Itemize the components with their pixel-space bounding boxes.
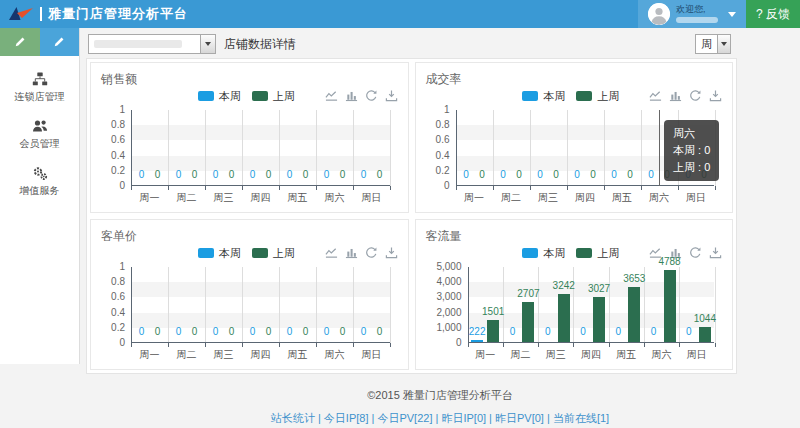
username-redacted: [676, 17, 718, 23]
charts-grid: 销售额 本周 上周: [90, 62, 733, 370]
footer-stats-links[interactable]: 站长统计 | 今日IP[8] | 今日PV[22] | 昨日IP[0] | 昨日…: [80, 411, 800, 426]
value-label: 0: [180, 170, 210, 180]
x-axis-label: 周二: [503, 348, 538, 362]
axis-tick: [168, 186, 169, 190]
download-icon[interactable]: [709, 246, 722, 259]
chart-legend[interactable]: 本周 上周: [522, 89, 625, 104]
period-select[interactable]: 周: [695, 34, 731, 54]
legend-label-this-week[interactable]: 本周: [219, 246, 241, 261]
legend-swatch-last-week: [252, 248, 268, 258]
traffic-chart-plot[interactable]: 5,0004,0003,0002,0001,000022200000015012…: [426, 267, 723, 365]
value-label: 0: [291, 327, 321, 337]
value-label: 0: [533, 327, 563, 337]
y-axis-tick-label: 0.4: [101, 308, 125, 318]
value-label: 0: [217, 170, 247, 180]
axis-tick: [715, 343, 716, 347]
axis-tick: [279, 343, 280, 347]
value-label: 0: [328, 170, 358, 180]
value-label: 0: [254, 170, 284, 180]
axis-tick: [573, 343, 574, 347]
x-axis-label: 周六: [641, 191, 678, 205]
store-select[interactable]: [88, 34, 216, 54]
axis-tick: [468, 343, 469, 347]
value-label: 0: [615, 170, 645, 180]
sidebar-item-chain-store[interactable]: 连锁店管理: [0, 64, 79, 111]
legend-label-this-week[interactable]: 本周: [543, 89, 565, 104]
download-icon[interactable]: [385, 89, 398, 102]
legend-label-last-week[interactable]: 上周: [273, 246, 295, 261]
refresh-icon[interactable]: [689, 246, 702, 259]
avatar[interactable]: [648, 3, 670, 25]
x-axis-line: [456, 185, 715, 186]
legend-swatch-last-week: [576, 91, 592, 101]
download-icon[interactable]: [385, 246, 398, 259]
line-chart-icon[interactable]: [325, 246, 338, 259]
sidebar-tab-edit-1[interactable]: [0, 28, 40, 56]
legend-label-last-week[interactable]: 上周: [597, 89, 619, 104]
chart-toolbox: [325, 89, 398, 102]
legend-label-this-week[interactable]: 本周: [543, 246, 565, 261]
legend-swatch-this-week: [198, 248, 214, 258]
value-label: 1044: [690, 314, 720, 324]
feedback-button[interactable]: ? 反馈: [746, 0, 800, 28]
x-axis-label: 周一: [468, 348, 503, 362]
legend-label-this-week[interactable]: 本周: [219, 89, 241, 104]
x-axis-label: 周三: [205, 348, 242, 362]
value-label: 0: [365, 327, 395, 337]
sidebar-item-label: 连锁店管理: [15, 90, 65, 104]
chart-title: 成交率: [426, 71, 723, 86]
legend-label-last-week[interactable]: 上周: [597, 246, 619, 261]
chart-head: 本周 上周: [101, 86, 398, 106]
value-label: 0: [578, 170, 608, 180]
chart-legend[interactable]: 本周 上周: [198, 246, 301, 261]
y-axis-tick-label: 0.2: [426, 166, 450, 176]
x-axis-label: 周六: [316, 348, 353, 362]
y-axis-tick-label: 0.2: [101, 166, 125, 176]
split-area-band: [131, 313, 390, 328]
conversion-chart-plot[interactable]: 10.80.60.40.2000000000000000周六本周 : 0上周 :…: [426, 110, 723, 208]
welcome-block: 欢迎您,: [676, 5, 718, 23]
x-axis-label: 周日: [353, 191, 390, 205]
sales-chart-plot[interactable]: 10.80.60.40.2000000000000000周一周二周三周四周五周六…: [101, 110, 398, 208]
y-axis-tick-label: 3,000: [426, 292, 462, 302]
value-label: 3242: [549, 281, 579, 291]
sidebar-menu: 连锁店管理 会员管理: [0, 56, 79, 205]
sidebar-item-value-services[interactable]: 增值服务: [0, 158, 79, 205]
x-axis-label: 周三: [205, 191, 242, 205]
refresh-icon[interactable]: [689, 89, 702, 102]
y-axis-tick-label: 0.2: [101, 323, 125, 333]
chart-head: 本周 上周: [426, 86, 723, 106]
legend-swatch-last-week: [252, 91, 268, 101]
x-axis-label: 周日: [353, 348, 390, 362]
avg-order-chart-plot[interactable]: 10.80.60.40.2000000000000000周一周二周三周四周五周六…: [101, 267, 398, 365]
chart-legend[interactable]: 本周 上周: [522, 246, 625, 261]
refresh-icon[interactable]: [365, 89, 378, 102]
pencil-icon: [53, 36, 65, 48]
plot-area: 00000000000000周六本周 : 0上周 : 0: [456, 110, 715, 186]
x-axis-label: 周五: [609, 348, 644, 362]
value-label: 0: [217, 327, 247, 337]
axis-tick: [493, 186, 494, 190]
legend-label-last-week[interactable]: 上周: [273, 89, 295, 104]
y-axis-tick-label: 0.6: [101, 135, 125, 145]
line-chart-icon[interactable]: [649, 89, 662, 102]
chart-legend[interactable]: 本周 上周: [198, 89, 301, 104]
refresh-icon[interactable]: [365, 246, 378, 259]
sitemap-icon: [32, 71, 48, 87]
y-axis-tick-label: 0.8: [101, 277, 125, 287]
axis-tick: [503, 343, 504, 347]
user-menu[interactable]: 欢迎您,: [638, 0, 746, 28]
axis-tick: [644, 343, 645, 347]
bar-chart-icon[interactable]: [345, 246, 358, 259]
axis-tick: [242, 343, 243, 347]
sidebar-item-members[interactable]: 会员管理: [0, 111, 79, 158]
bar-chart-icon[interactable]: [669, 89, 682, 102]
chart-panel-conversion-rate: 成交率 本周 上周: [415, 62, 734, 213]
sidebar-tab-edit-2-active[interactable]: [40, 28, 80, 56]
chevron-down-icon[interactable]: [728, 12, 736, 17]
line-chart-icon[interactable]: [325, 89, 338, 102]
y-axis-tick-label: 0.8: [101, 120, 125, 130]
axis-tick: [715, 186, 716, 190]
download-icon[interactable]: [709, 89, 722, 102]
bar-chart-icon[interactable]: [345, 89, 358, 102]
